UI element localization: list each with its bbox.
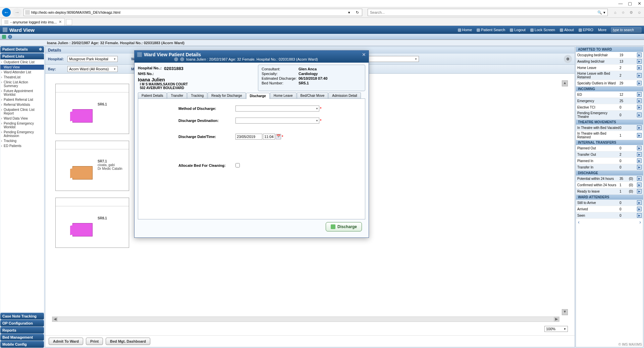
refresh-icon[interactable]: ↻ [354,10,361,15]
info-icon[interactable] [174,57,178,61]
bed-slot[interactable]: SR6.1 [55,84,129,134]
zoom-select[interactable]: 100%▼ [544,326,568,332]
new-tab-button[interactable] [66,19,72,25]
play-icon[interactable]: ▶ [637,133,642,138]
scroll-down-icon[interactable]: ▼ [562,309,568,315]
modal-close-icon[interactable]: ✕ [362,52,366,57]
nav-header-patient-details[interactable]: Patient Details ✲ [0,46,44,53]
bed-slot[interactable]: SR8.1 [55,198,129,248]
gear-icon[interactable]: ⚙ [629,10,634,15]
nav-item[interactable]: Referral Worklists [0,102,44,107]
discharge-time-input[interactable] [263,134,275,140]
minimize-icon[interactable]: — [618,1,623,6]
nav-item[interactable]: Patient Referral List [0,97,44,102]
play-icon[interactable]: ▶ [637,105,642,110]
link-about[interactable]: About [560,28,574,32]
url-bar[interactable]: http://iedc-win-deploy:9090/MAXIMS_DEV/i… [23,9,362,16]
modal-tab[interactable]: Transfer [167,92,187,98]
bay-combo[interactable]: Acorn Ward (All Rooms)▼ [67,66,118,72]
forward-button[interactable]: → [13,8,21,17]
browser-search[interactable]: 🔍 ▾ [368,9,608,16]
nav-item[interactable]: Ward Data View [0,116,44,121]
home-icon[interactable]: ⌂ [612,10,618,15]
discharge-button[interactable]: Discharge [326,222,362,231]
play-icon[interactable]: ▶ [637,92,642,97]
play-icon[interactable]: ▶ [637,152,642,157]
play-icon[interactable]: ▶ [637,65,642,70]
modal-tab[interactable]: Ready for Discharge [208,92,246,98]
dropdown-icon[interactable]: ▾ [346,10,353,15]
play-icon[interactable]: ▶ [637,183,642,187]
nav-item[interactable]: Pending Emergency Worklist [0,121,44,130]
play-icon[interactable]: ▶ [637,53,642,57]
modal-tab[interactable]: Patient Details [138,92,167,98]
nav-item[interactable]: Ward Attender List [0,70,44,75]
hospital-combo[interactable]: Musgrove Park Hospital▼ [67,56,118,62]
nav-item[interactable]: Pending Emergency Admission [0,130,44,138]
nav-item[interactable]: Outpatient Clinic List Report [0,107,44,116]
print-button[interactable]: Print [86,338,103,345]
link-epro[interactable]: EPRO [579,28,593,32]
play-icon[interactable]: ▶ [637,176,642,181]
bed-mgt-dashboard-button[interactable]: Bed Mgt. Dashboard [106,338,150,345]
nav-header-patient-lists[interactable]: Patient Lists [0,53,44,59]
play-icon[interactable]: ▶ [637,165,642,169]
play-icon[interactable]: ▶ [637,113,642,117]
header-search[interactable]: type to search [611,27,641,32]
play-icon[interactable]: ▶ [637,73,642,78]
nav-item[interactable]: ED Patients [0,143,44,148]
horizontal-scrollbar[interactable]: ◀ ▶ [52,317,559,322]
modal-tab[interactable]: Tracking [187,92,207,98]
bed-slot[interactable]: SR7.1 cioata, gabi Dr Medic Catalin [55,141,129,191]
scroll-right-icon[interactable]: ▶ [554,317,559,322]
link-lock-screen[interactable]: Lock Screen [530,28,555,32]
back-button[interactable]: ← [2,8,11,17]
next-icon[interactable]: › [639,219,641,225]
nav-item[interactable]: Future Appointment Worklist [0,88,44,97]
close-icon[interactable]: ✕ [637,1,642,6]
play-icon[interactable]: ▶ [637,81,642,85]
scroll-left-icon[interactable]: ◀ [52,317,58,322]
play-icon[interactable]: ▶ [637,213,642,218]
modal-tab[interactable]: Admission Detail [328,92,361,98]
link-patient-search[interactable]: Patient Search [477,28,505,32]
modal-tab[interactable]: Home Leave [270,92,297,98]
search-dropdown-icon[interactable]: ▾ [603,10,605,15]
feedback-icon[interactable]: ☺ [637,10,642,15]
search-icon[interactable]: 🔍 [597,10,602,15]
play-icon[interactable]: ▶ [637,146,642,150]
nav-item[interactable]: Outpatient Clinic List [0,60,44,65]
maximize-icon[interactable]: ▢ [627,1,633,6]
method-of-discharge-combo[interactable]: ▼ [235,106,319,112]
play-icon[interactable]: ▶ [637,98,642,103]
info-icon[interactable]: i [8,35,12,39]
play-icon[interactable]: ▶ [637,125,642,130]
link-more[interactable]: More [598,28,606,32]
allocate-bed-checkbox[interactable] [235,163,240,167]
nav-bottom-button[interactable]: Mobile Config [0,341,44,348]
scroll-up-icon[interactable]: ▲ [562,80,568,86]
discharge-date-input[interactable] [235,134,262,140]
settings-gear-button[interactable]: ⚙ [564,55,572,63]
nav-bottom-button[interactable]: Case Note Tracking [0,313,44,320]
nav-bottom-button[interactable]: Reports [0,327,44,334]
modal-tab[interactable]: Discharge [246,93,270,99]
nav-item[interactable]: Clinic List Action Summary [0,80,44,88]
gear-icon[interactable]: ✲ [39,47,42,52]
nav-bottom-button[interactable]: Bed Management [0,334,44,341]
play-icon[interactable]: ▶ [637,158,642,163]
play-icon[interactable]: ▶ [637,189,642,194]
discharge-destination-combo[interactable]: ▼ [235,118,319,124]
tab-close-icon[interactable]: ✕ [59,20,62,24]
link-logout[interactable]: Logout [510,28,526,32]
nav-item[interactable]: Tracking [0,138,44,143]
nav-item[interactable]: Ward View [0,65,44,70]
nav-bottom-button[interactable]: OP Configuration [0,320,44,327]
play-icon[interactable]: ▶ [637,200,642,205]
search-input[interactable] [370,10,597,14]
info-icon[interactable] [180,57,184,61]
link-home[interactable]: Home [458,28,472,32]
calendar-icon[interactable]: 📅 [276,134,281,139]
play-icon[interactable]: ▶ [637,59,642,64]
prev-icon[interactable]: ‹ [578,219,580,225]
